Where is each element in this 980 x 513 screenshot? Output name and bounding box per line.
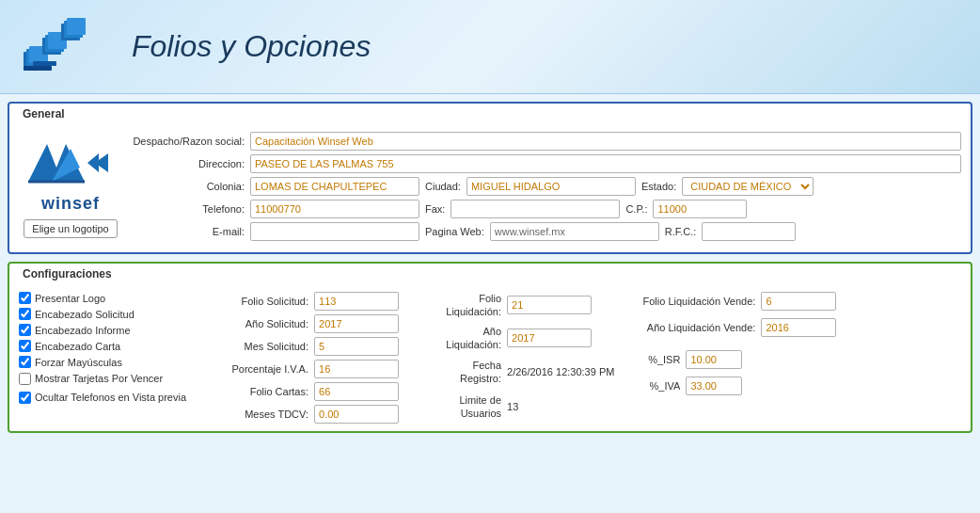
mes-solicitud-label: Mes Solicitud: (205, 341, 308, 352)
iva-label: %_IVA (633, 380, 680, 392)
winsef-logo-icon (19, 9, 108, 89)
encabezado-informe-label: Encabezado Informe (35, 325, 131, 336)
estado-select[interactable]: CIUDAD DE MÉXICO (682, 177, 814, 196)
encabezado-carta-label: Encabezado Carta (35, 341, 120, 352)
isr-label: %_ISR (633, 354, 680, 365)
email-input[interactable] (250, 222, 419, 241)
checkbox-encabezado-solicitud: Encabezado Solicitud (19, 308, 186, 320)
encabezado-informe-checkbox[interactable] (19, 324, 31, 336)
pagina-input[interactable] (490, 222, 659, 241)
presentar-logo-checkbox[interactable] (19, 292, 31, 304)
isr-iva-area: %_ISR %_IVA (633, 350, 840, 395)
folio-solicitud-row: Folio Solicitud: (205, 292, 403, 311)
direccion-row: Direccion: (132, 154, 961, 173)
colonia-input[interactable] (250, 177, 419, 196)
colonia-row: Colonia: Ciudad: Estado: CIUDAD DE MÉXIC… (132, 177, 961, 196)
fax-label: Fax: (425, 203, 445, 215)
folio-cartas-row: Folio Cartas: (205, 382, 403, 401)
checkbox-presentar-logo: Presentar Logo (19, 292, 186, 304)
logo-area: winsef Elige un logotipo (19, 132, 122, 238)
direccion-input[interactable] (250, 154, 961, 173)
limite-value: 13 (507, 401, 518, 412)
folio-liq-vende-row: Folio Liquidación Vende: (633, 292, 840, 311)
fax-input[interactable] (450, 200, 620, 218)
anio-liq-label: AñoLiquidación: (421, 325, 501, 352)
mostrar-tarjetas-checkbox[interactable] (19, 373, 31, 385)
meses-tdcv-input[interactable] (314, 405, 399, 424)
anio-liq-vende-row: Año Liquidación Vende: (633, 318, 840, 337)
liquidacion-area: FolioLiquidación: AñoLiquidación: FechaR… (421, 292, 614, 420)
mostrar-tarjetas-label: Mostrar Tarjetas Por Vencer (35, 372, 163, 385)
encabezado-solicitud-checkbox[interactable] (19, 308, 31, 320)
anio-solicitud-input[interactable] (314, 314, 399, 333)
folio-solicitud-label: Folio Solicitud: (205, 296, 308, 307)
porcentaje-iva-label: Porcentaje I.V.A. (205, 363, 308, 375)
pagina-label: Pagina Web: (425, 226, 484, 237)
svg-rect-10 (24, 66, 52, 71)
forzar-mayusculas-checkbox[interactable] (19, 356, 31, 368)
winsef-brand-icon (24, 135, 118, 186)
presentar-logo-label: Presentar Logo (35, 293, 105, 304)
fecha-reg-value: 2/26/2016 12:30:39 PM (507, 366, 614, 377)
despacho-row: Despacho/Razon social: (132, 132, 961, 151)
header-logo (19, 9, 113, 85)
email-row: E-mail: Pagina Web: R.F.C.: (132, 222, 961, 241)
iva-input[interactable] (686, 377, 742, 395)
anio-solicitud-label: Año Solicitud: (205, 318, 308, 329)
folio-liq-vende-label: Folio Liquidación Vende: (633, 296, 755, 307)
rfc-input[interactable] (702, 222, 796, 241)
general-form: Despacho/Razon social: Direccion: Coloni… (132, 132, 961, 245)
meses-tdcv-row: Meses TDCV: (205, 405, 403, 424)
despacho-input[interactable] (250, 132, 961, 151)
anio-liq-input[interactable] (507, 329, 592, 347)
forzar-mayusculas-label: Forzar Mayúsculas (35, 357, 122, 368)
general-section-title: General (19, 107, 69, 120)
email-label: E-mail: (132, 226, 245, 237)
config-section-title: Configuraciones (19, 267, 116, 281)
anio-solicitud-row: Año Solicitud: (205, 314, 403, 333)
meses-tdcv-label: Meses TDCV: (205, 409, 308, 420)
checkbox-encabezado-informe: Encabezado Informe (19, 324, 186, 336)
mes-solicitud-input[interactable] (314, 337, 399, 356)
checkbox-mostrar-tarjetas: Mostrar Tarjetas Por Vencer (19, 372, 186, 385)
checkbox-forzar-mayusculas: Forzar Mayúsculas (19, 356, 186, 368)
folio-liq-input[interactable] (507, 296, 592, 314)
limite-label: Limite deUsuarios (421, 393, 501, 421)
company-logo (24, 132, 118, 188)
folio-liq-vende-input[interactable] (761, 292, 836, 311)
rfc-label: R.F.C.: (665, 226, 697, 237)
iva-row: %_IVA (633, 377, 840, 395)
ocultar-telefonos-label: Ocultar Telefonos en Vista previa (35, 391, 186, 404)
colonia-label: Colonia: (132, 181, 245, 192)
cp-label: C.P.: (625, 203, 647, 215)
checkbox-ocultar-telefonos: Ocultar Telefonos en Vista previa (19, 391, 186, 404)
folio-solicitud-input[interactable] (314, 292, 399, 311)
anio-liq-vende-input[interactable] (761, 318, 836, 337)
ocultar-telefonos-checkbox[interactable] (19, 392, 31, 404)
fecha-reg-label: FechaRegistro: (421, 359, 501, 386)
mes-solicitud-row: Mes Solicitud: (205, 337, 403, 356)
choose-logo-button[interactable]: Elige un logotipo (24, 219, 117, 238)
porcentaje-iva-row: Porcentaje I.V.A. (205, 360, 403, 378)
ciudad-input[interactable] (466, 177, 636, 196)
porcentaje-iva-input[interactable] (314, 360, 399, 378)
telefono-input[interactable] (250, 200, 419, 218)
telefono-label: Telefono: (132, 203, 245, 215)
telefono-row: Telefono: Fax: C.P.: (132, 200, 961, 218)
encabezado-solicitud-label: Encabezado Solicitud (35, 309, 134, 320)
svg-rect-8 (67, 18, 86, 35)
fecha-reg-row: FechaRegistro: 2/26/2016 12:30:39 PM (421, 359, 614, 386)
winsef-brand-text: winsef (41, 194, 100, 214)
folio-liq-label: FolioLiquidación: (421, 292, 501, 319)
isr-input[interactable] (686, 350, 742, 369)
encabezado-carta-checkbox[interactable] (19, 340, 31, 352)
general-section: General winsef Elige un logotipo (8, 102, 972, 254)
page-title: Folios y Opciones (132, 29, 371, 64)
anio-liq-vende-label: Año Liquidación Vende: (633, 322, 755, 333)
header: Folios y Opciones (0, 0, 980, 94)
limite-row: Limite deUsuarios 13 (421, 393, 614, 421)
cp-input[interactable] (653, 200, 747, 218)
checkboxes-area: Presentar Logo Encabezado Solicitud Enca… (19, 292, 186, 405)
direccion-label: Direccion: (132, 158, 245, 169)
folio-cartas-input[interactable] (314, 382, 399, 401)
